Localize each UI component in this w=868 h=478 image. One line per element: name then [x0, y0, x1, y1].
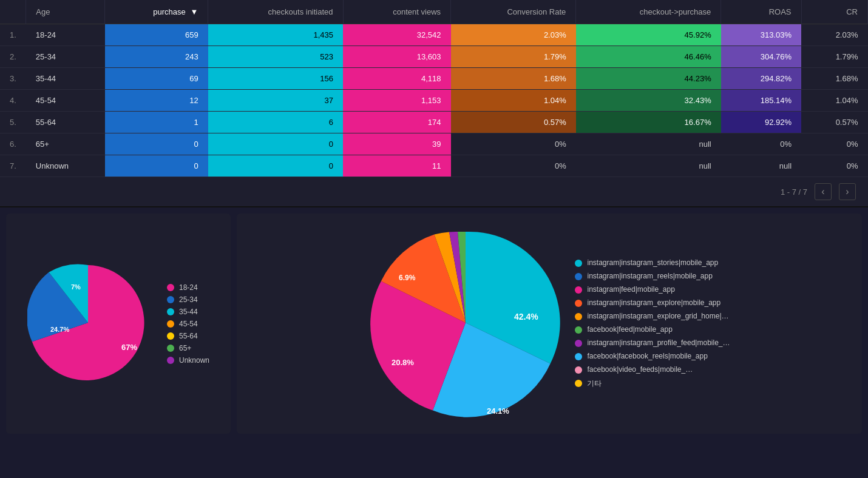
col-purchase-header[interactable]: purchase ▼ — [105, 0, 208, 24]
col-contentviews-header: content views — [343, 0, 451, 24]
cell-content-6: 11 — [343, 155, 451, 177]
table-row: 4. 45-54 12 37 1,153 1.04% 32.43% 185.14… — [0, 90, 868, 112]
legend-dot — [167, 308, 174, 315]
table-row: 2. 25-34 243 523 13,603 1.79% 46.46% 304… — [0, 46, 868, 68]
pie-chart-age-svg: 67% 24.7% 7% — [27, 262, 149, 383]
legend-label-platform: instagram|instagram_explore_grid_home|… — [587, 312, 728, 320]
table-section: Age purchase ▼ checkouts initiated conte… — [0, 0, 868, 207]
cell-crlast-3: 1.04% — [801, 90, 867, 112]
cell-cp-4: 16.67% — [576, 112, 721, 133]
legend-label: 55-64 — [179, 332, 198, 340]
table-row: 1. 18-24 659 1,435 32,542 2.03% 45.92% 3… — [0, 24, 868, 46]
legend-label-platform: facebook|video_feeds|mobile_… — [587, 365, 693, 374]
legend-item-platform: instagram|instagram_profile_feed|mobile_… — [575, 338, 730, 347]
pagination-label: 1 - 7 / 7 — [781, 187, 807, 197]
cell-age-0: 18-24 — [26, 24, 105, 46]
cell-cp-2: 44.23% — [576, 68, 721, 90]
pie-label-424: 42.4% — [514, 312, 538, 321]
cell-cp-3: 32.43% — [576, 90, 721, 112]
cell-roas-6: null — [721, 155, 801, 177]
cell-purchase-1: 243 — [105, 46, 208, 68]
cell-checkouts-4: 6 — [208, 112, 343, 133]
legend-label: 45-54 — [179, 320, 198, 328]
legend-label-platform: instagram|instagram_profile_feed|mobile_… — [587, 338, 730, 347]
cell-cr-2: 1.68% — [451, 68, 576, 90]
legend-dot-platform — [575, 286, 582, 294]
cell-age-2: 35-44 — [26, 68, 105, 90]
cell-age-3: 45-54 — [26, 90, 105, 112]
cell-roas-3: 185.14% — [721, 90, 801, 112]
legend-item-platform: facebook|video_feeds|mobile_… — [575, 365, 730, 374]
pie-chart-platform-svg-container: 42.4% 24.1% 20.8% 6.9% — [368, 226, 563, 422]
cell-cr-1: 1.79% — [451, 46, 576, 68]
legend-dot — [167, 296, 174, 303]
cell-content-4: 174 — [343, 112, 451, 133]
pagination-prev-button[interactable]: ‹ — [815, 183, 832, 200]
cell-age-4: 55-64 — [26, 112, 105, 133]
legend-dot — [167, 345, 174, 352]
col-checkoutpurchase-header: checkout->purchase — [576, 0, 721, 24]
cell-content-5: 39 — [343, 133, 451, 155]
cell-index-1: 2. — [0, 46, 26, 68]
legend-dot-platform — [575, 353, 582, 360]
legend-label: 65+ — [179, 344, 191, 352]
legend-item-platform: facebook|feed|mobile_app — [575, 325, 730, 334]
table-row: 6. 65+ 0 0 39 0% null 0% 0% — [0, 133, 868, 155]
col-roas-header: ROAS — [721, 0, 801, 24]
cell-cp-1: 46.46% — [576, 46, 721, 68]
col-convrate-header: Conversion Rate — [451, 0, 576, 24]
cell-purchase-0: 659 — [105, 24, 208, 46]
legend-item-age: 55-64 — [167, 332, 209, 340]
legend-label: 18-24 — [179, 283, 198, 292]
cell-index-0: 1. — [0, 24, 26, 46]
cell-checkouts-6: 0 — [208, 155, 343, 177]
legend-label-platform: instagram|feed|mobile_app — [587, 285, 674, 294]
legend-label: 35-44 — [179, 308, 198, 316]
charts-section: 67% 24.7% 7% 18-24 25-34 35-44 45-54 55-… — [0, 207, 868, 440]
legend-item-age: 18-24 — [167, 283, 209, 292]
cell-roas-4: 92.92% — [721, 112, 801, 133]
cell-checkouts-1: 523 — [208, 46, 343, 68]
cell-crlast-6: 0% — [801, 155, 867, 177]
pie-chart-age-legend: 18-24 25-34 35-44 45-54 55-64 65+ Unknow… — [167, 283, 209, 365]
legend-item-platform: instagram|feed|mobile_app — [575, 285, 730, 294]
cell-crlast-2: 1.68% — [801, 68, 867, 90]
cell-content-1: 13,603 — [343, 46, 451, 68]
legend-item-age: 35-44 — [167, 308, 209, 316]
legend-item-platform: 기타 — [575, 379, 730, 389]
pagination: 1 - 7 / 7 ‹ › — [0, 177, 868, 206]
pagination-next-button[interactable]: › — [839, 183, 856, 200]
legend-label-platform: instagram|instagram_reels|mobile_app — [587, 272, 712, 280]
cell-index-4: 5. — [0, 112, 26, 133]
cell-roas-2: 294.82% — [721, 68, 801, 90]
col-age-header: Age — [26, 0, 105, 24]
cell-index-2: 3. — [0, 68, 26, 90]
pie-label-241: 24.1% — [487, 406, 509, 416]
legend-dot-platform — [575, 366, 582, 374]
pie-chart-platform-legend: instagram|instagram_stories|mobile_app i… — [575, 258, 730, 389]
cell-content-3: 1,153 — [343, 90, 451, 112]
col-index-header — [0, 0, 26, 24]
cell-crlast-5: 0% — [801, 133, 867, 155]
cell-cp-5: null — [576, 133, 721, 155]
pie-label-67: 67% — [121, 343, 137, 352]
cell-content-0: 32,542 — [343, 24, 451, 46]
cell-cr-0: 2.03% — [451, 24, 576, 46]
legend-item-platform: instagram|instagram_explore_grid_home|… — [575, 312, 730, 320]
cell-roas-1: 304.76% — [721, 46, 801, 68]
cell-cr-3: 1.04% — [451, 90, 576, 112]
col-cr-header: CR — [801, 0, 867, 24]
legend-item-platform: instagram|instagram_reels|mobile_app — [575, 272, 730, 280]
data-table: Age purchase ▼ checkouts initiated conte… — [0, 0, 868, 177]
cell-checkouts-3: 37 — [208, 90, 343, 112]
cell-age-6: Unknown — [26, 155, 105, 177]
cell-purchase-3: 12 — [105, 90, 208, 112]
cell-cr-6: 0% — [451, 155, 576, 177]
legend-dot-platform — [575, 340, 582, 347]
cell-index-6: 7. — [0, 155, 26, 177]
cell-content-2: 4,118 — [343, 68, 451, 90]
legend-dot-platform — [575, 273, 582, 280]
pie-chart-platform-svg: 42.4% 24.1% 20.8% 6.9% — [368, 226, 563, 420]
legend-label: 25-34 — [179, 295, 198, 304]
legend-item-age: Unknown — [167, 356, 209, 365]
